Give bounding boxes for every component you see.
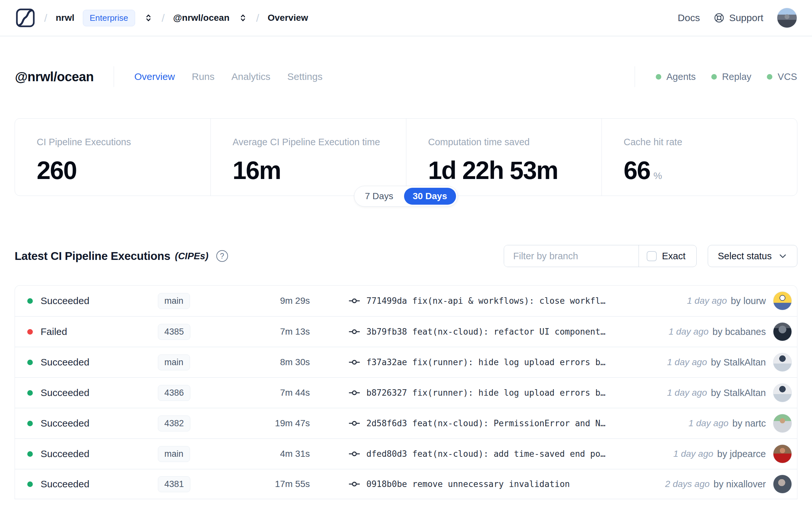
commit-message-text: remove unnecessary invalidation xyxy=(412,479,570,489)
breadcrumb-org[interactable]: nrwl xyxy=(56,13,74,23)
git-commit-icon xyxy=(348,387,361,399)
toggle-7-days[interactable]: 7 Days xyxy=(356,188,402,205)
stat-value: 1d 22h 53m xyxy=(428,156,595,185)
workspace-title: @nrwl/ocean xyxy=(15,70,94,84)
time-ago: 1 day ago xyxy=(669,327,709,337)
time-ago: 1 day ago xyxy=(687,296,727,306)
status-agents-label: Agents xyxy=(667,72,696,82)
green-dot-icon xyxy=(656,74,661,79)
stat-value: 260 xyxy=(37,156,204,185)
commit-message[interactable]: 0918b0be remove unnecessary invalidation xyxy=(366,479,570,489)
table-row[interactable]: Succeeded 4386 7m 44s b8726327 fix(runne… xyxy=(15,377,797,408)
tab-analytics[interactable]: Analytics xyxy=(232,71,271,82)
status-replay-label: Replay xyxy=(722,72,751,82)
nx-cloud-logo-icon[interactable] xyxy=(15,7,36,28)
status-cell: Succeeded xyxy=(27,418,144,429)
date-range-toggle: 7 Days 30 Days xyxy=(354,186,458,207)
tab-overview[interactable]: Overview xyxy=(134,71,175,82)
branch-badge[interactable]: 4386 xyxy=(158,385,190,401)
branch-cell: 4382 xyxy=(144,416,242,432)
author-avatar[interactable] xyxy=(773,353,792,372)
branch-badge[interactable]: 4382 xyxy=(158,416,190,432)
breadcrumb-separator: / xyxy=(162,12,165,24)
status-label: Succeeded xyxy=(41,448,89,460)
commit-hash: 2d58f6d3 xyxy=(366,418,407,428)
stat-ci-pipeline-executions: CI Pipeline Executions 260 xyxy=(15,119,211,196)
branch-cell: main xyxy=(144,293,242,309)
table-row[interactable]: Failed 4385 7m 13s 3b79fb38 feat(nx-clou… xyxy=(15,316,797,347)
commit-message[interactable]: 2d58f6d3 feat(nx-cloud): PermissionError… xyxy=(366,418,606,428)
breadcrumb-separator: / xyxy=(256,12,259,24)
git-commit-icon xyxy=(348,417,361,430)
status-agents[interactable]: Agents xyxy=(656,72,696,82)
branch-cell: main xyxy=(144,446,242,462)
status-dot-icon xyxy=(27,421,33,426)
org-switcher-chevrons-icon[interactable] xyxy=(143,13,153,23)
workspace-switcher-chevrons-icon[interactable] xyxy=(238,13,248,23)
status-replay[interactable]: Replay xyxy=(711,72,751,82)
status-cell: Succeeded xyxy=(27,387,144,398)
branch-badge[interactable]: main xyxy=(158,355,190,370)
stat-cache-hit-rate: Cache hit rate 66% xyxy=(601,119,797,196)
author-avatar[interactable] xyxy=(773,322,792,341)
table-row[interactable]: Succeeded 4382 19m 47s 2d58f6d3 feat(nx-… xyxy=(15,408,797,438)
git-commit-icon xyxy=(348,478,361,490)
chevron-down-icon xyxy=(778,252,787,260)
toggle-30-days[interactable]: 30 Days xyxy=(404,188,456,205)
branch-cell: 4386 xyxy=(144,385,242,401)
author-avatar[interactable] xyxy=(773,384,792,402)
docs-link[interactable]: Docs xyxy=(678,12,700,24)
author: by StalkAltan xyxy=(711,388,766,398)
divider xyxy=(114,66,114,87)
support-link[interactable]: Support xyxy=(714,12,763,24)
row-meta: 2 days ago by nixallover xyxy=(665,475,792,494)
help-icon[interactable]: ? xyxy=(216,250,228,262)
tab-runs[interactable]: Runs xyxy=(191,71,214,82)
branch-badge[interactable]: 4385 xyxy=(158,324,190,340)
author: by lourw xyxy=(731,296,766,306)
commit-message-text: fix(nx-api & workflows): close workfl… xyxy=(412,296,606,306)
author: by nixallover xyxy=(714,479,766,490)
cipes-table: Succeeded main 9m 29s 771499da fix(nx-ap… xyxy=(15,285,797,499)
author-avatar[interactable] xyxy=(773,445,792,463)
breadcrumb-workspace[interactable]: @nrwl/ocean xyxy=(173,13,230,23)
table-row[interactable]: Succeeded 4381 17m 55s 0918b0be remove u… xyxy=(15,469,797,499)
author-avatar[interactable] xyxy=(773,414,792,433)
commit-cell: 3b79fb38 feat(nx-cloud): refactor UI com… xyxy=(348,326,669,338)
breadcrumb: / nrwl Enterprise / @nrwl/ocean / Overvi… xyxy=(15,7,308,28)
author-avatar[interactable] xyxy=(773,475,792,494)
status-dot-icon xyxy=(27,481,33,487)
branch-filter-input[interactable] xyxy=(504,245,639,267)
commit-hash: f37a32ae xyxy=(366,357,407,367)
user-avatar[interactable] xyxy=(777,8,797,28)
select-status-button[interactable]: Select status xyxy=(708,245,797,267)
commit-message[interactable]: b8726327 fix(runner): hide log upload er… xyxy=(366,388,606,397)
branch-badge[interactable]: main xyxy=(158,293,190,309)
git-commit-icon xyxy=(348,356,361,369)
enterprise-badge: Enterprise xyxy=(83,10,135,26)
author: by StalkAltan xyxy=(711,357,766,368)
table-row[interactable]: Succeeded main 8m 30s f37a32ae fix(runne… xyxy=(15,347,797,377)
status-cell: Succeeded xyxy=(27,479,144,490)
status-label: Failed xyxy=(41,326,67,337)
branch-badge[interactable]: 4381 xyxy=(158,476,190,492)
commit-message[interactable]: 3b79fb38 feat(nx-cloud): refactor UI com… xyxy=(366,327,606,336)
exact-checkbox[interactable] xyxy=(647,251,657,261)
status-dot-icon xyxy=(27,360,33,365)
breadcrumb-separator: / xyxy=(44,12,47,24)
commit-message[interactable]: 771499da fix(nx-api & workflows): close … xyxy=(366,296,606,306)
branch-badge[interactable]: main xyxy=(158,446,190,462)
commit-message[interactable]: f37a32ae fix(runner): hide log upload er… xyxy=(366,357,606,367)
author: by bcabanes xyxy=(713,327,766,337)
table-row[interactable]: Succeeded main 9m 29s 771499da fix(nx-ap… xyxy=(15,286,797,316)
status-dot-icon xyxy=(27,390,33,396)
table-row[interactable]: Succeeded main 4m 31s dfed80d3 feat(nx-c… xyxy=(15,438,797,469)
commit-hash: b8726327 xyxy=(366,388,407,397)
commit-message[interactable]: dfed80d3 feat(nx-cloud): add time-saved … xyxy=(366,449,606,459)
row-meta: 1 day ago by StalkAltan xyxy=(667,353,792,372)
green-dot-icon xyxy=(767,74,772,79)
status-label: Succeeded xyxy=(41,357,89,368)
author-avatar[interactable] xyxy=(773,291,792,310)
tab-settings[interactable]: Settings xyxy=(288,71,323,82)
status-vcs[interactable]: VCS xyxy=(767,72,797,82)
